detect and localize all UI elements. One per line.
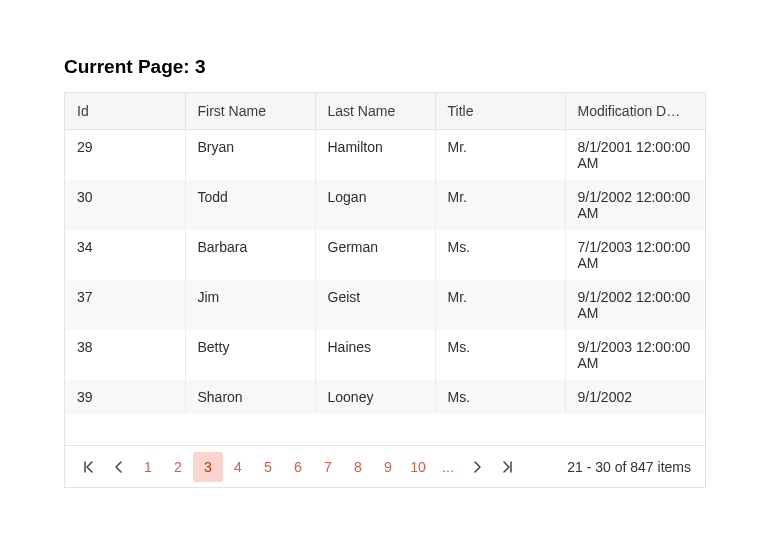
col-header-title[interactable]: Title [435, 93, 565, 130]
cell-last: Haines [315, 330, 435, 380]
page-number[interactable]: 4 [223, 452, 253, 482]
cell-mod: 9/1/2002 [565, 380, 705, 414]
grid-scroll-area[interactable]: Id First Name Last Name Title Modificati… [65, 93, 705, 445]
cell-title: Mr. [435, 130, 565, 181]
pager: 1 2 3 4 5 6 7 8 9 10 ... 21 - 30 of 847 … [65, 445, 705, 487]
cell-id: 30 [65, 180, 185, 230]
cell-title: Mr. [435, 280, 565, 330]
cell-last: German [315, 230, 435, 280]
page-number[interactable]: 8 [343, 452, 373, 482]
page-title-prefix: Current Page: [64, 56, 195, 77]
next-page-icon [473, 461, 483, 473]
cell-last: Logan [315, 180, 435, 230]
pager-info: 21 - 30 of 847 items [567, 459, 697, 475]
cell-id: 38 [65, 330, 185, 380]
data-table: Id First Name Last Name Title Modificati… [65, 93, 705, 414]
table-header-row: Id First Name Last Name Title Modificati… [65, 93, 705, 130]
col-header-id[interactable]: Id [65, 93, 185, 130]
cell-mod: 9/1/2003 12:00:00 AM [565, 330, 705, 380]
current-page-number: 3 [195, 56, 206, 77]
cell-title: Ms. [435, 380, 565, 414]
cell-title: Ms. [435, 330, 565, 380]
page-number[interactable]: 6 [283, 452, 313, 482]
cell-first: Barbara [185, 230, 315, 280]
table-row[interactable]: 37 Jim Geist Mr. 9/1/2002 12:00:00 AM [65, 280, 705, 330]
cell-last: Geist [315, 280, 435, 330]
prev-page-icon [113, 461, 123, 473]
cell-id: 39 [65, 380, 185, 414]
cell-first: Jim [185, 280, 315, 330]
col-header-first[interactable]: First Name [185, 93, 315, 130]
cell-mod: 8/1/2001 12:00:00 AM [565, 130, 705, 181]
cell-first: Todd [185, 180, 315, 230]
table-row[interactable]: 34 Barbara German Ms. 7/1/2003 12:00:00 … [65, 230, 705, 280]
pager-numbers: 1 2 3 4 5 6 7 8 9 10 ... [133, 452, 463, 482]
cell-mod: 9/1/2002 12:00:00 AM [565, 180, 705, 230]
data-grid: Id First Name Last Name Title Modificati… [64, 92, 706, 488]
cell-id: 34 [65, 230, 185, 280]
page-number[interactable]: 1 [133, 452, 163, 482]
col-header-mod[interactable]: Modification D… [565, 93, 705, 130]
page-title: Current Page: 3 [64, 56, 706, 78]
cell-last: Hamilton [315, 130, 435, 181]
cell-id: 29 [65, 130, 185, 181]
table-row[interactable]: 38 Betty Haines Ms. 9/1/2003 12:00:00 AM [65, 330, 705, 380]
page-ellipsis[interactable]: ... [433, 452, 463, 482]
table-row[interactable]: 29 Bryan Hamilton Mr. 8/1/2001 12:00:00 … [65, 130, 705, 181]
table-row[interactable]: 39 Sharon Looney Ms. 9/1/2002 [65, 380, 705, 414]
first-page-button[interactable] [73, 452, 103, 482]
last-page-icon [502, 461, 514, 473]
cell-last: Looney [315, 380, 435, 414]
cell-first: Bryan [185, 130, 315, 181]
cell-first: Sharon [185, 380, 315, 414]
cell-mod: 9/1/2002 12:00:00 AM [565, 280, 705, 330]
page-number[interactable]: 2 [163, 452, 193, 482]
page-number[interactable]: 5 [253, 452, 283, 482]
cell-title: Ms. [435, 230, 565, 280]
cell-mod: 7/1/2003 12:00:00 AM [565, 230, 705, 280]
page-number[interactable]: 9 [373, 452, 403, 482]
page-number-current[interactable]: 3 [193, 452, 223, 482]
table-row[interactable]: 30 Todd Logan Mr. 9/1/2002 12:00:00 AM [65, 180, 705, 230]
cell-id: 37 [65, 280, 185, 330]
page-number[interactable]: 7 [313, 452, 343, 482]
page-number[interactable]: 10 [403, 452, 433, 482]
first-page-icon [82, 461, 94, 473]
col-header-last[interactable]: Last Name [315, 93, 435, 130]
cell-first: Betty [185, 330, 315, 380]
table-body: 29 Bryan Hamilton Mr. 8/1/2001 12:00:00 … [65, 130, 705, 415]
last-page-button[interactable] [493, 452, 523, 482]
prev-page-button[interactable] [103, 452, 133, 482]
next-page-button[interactable] [463, 452, 493, 482]
cell-title: Mr. [435, 180, 565, 230]
